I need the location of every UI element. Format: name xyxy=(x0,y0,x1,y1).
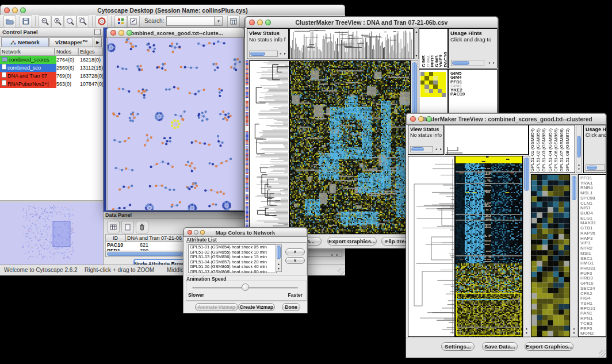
resize-grip[interactable] xyxy=(599,350,606,357)
row-dendrogram[interactable] xyxy=(408,156,455,337)
gene-label[interactable]: MAK31 xyxy=(580,221,606,226)
close-icon[interactable] xyxy=(4,7,10,13)
gene-label[interactable]: PUF3 xyxy=(580,271,606,277)
network-list-item[interactable]: RNAPuberNov2+| 563(0) 107847(0) xyxy=(0,80,103,88)
tab-overflow-arrow[interactable]: ▶ xyxy=(94,37,102,47)
network1-canvas[interactable] xyxy=(107,37,244,210)
column-label[interactable]: PFD1 xyxy=(429,55,434,67)
column-dendrogram-scroll[interactable]: ▴ ▾ xyxy=(414,28,419,59)
export-graphics-button[interactable]: Export Graphics... xyxy=(525,342,573,351)
done-button[interactable]: Done xyxy=(282,303,300,311)
attribute-list[interactable]: GPL51-01 (GSM854) heat shock 05 minGPL51… xyxy=(188,244,277,273)
gene-label[interactable]: KAP95 xyxy=(580,231,606,236)
close-icon[interactable] xyxy=(410,116,416,122)
gene-label[interactable]: CLN1 xyxy=(580,201,606,206)
column-label[interactable]: GPL51-02 (GSM855) xyxy=(536,128,541,172)
search-input[interactable] xyxy=(166,16,215,26)
network-overview-panel[interactable] xyxy=(0,202,103,265)
close-icon[interactable] xyxy=(249,20,255,25)
delete-attribute-icon[interactable] xyxy=(136,221,148,233)
import-table-icon[interactable] xyxy=(227,15,240,28)
usage-hints-hscrollbar[interactable] xyxy=(451,60,484,66)
minimize-icon[interactable] xyxy=(418,116,424,122)
attribute-list-vscrollbar[interactable]: ▴ ▾ xyxy=(276,244,282,272)
treeview2-titlebar[interactable]: ClusterMaker TreeView : combined_scores_… xyxy=(406,113,606,125)
column-labels-vscrollbar[interactable]: ▴ ▾ xyxy=(576,125,582,173)
settings-button[interactable]: Settings... xyxy=(441,342,475,351)
column-label[interactable]: GPL51-06 (GSM865) xyxy=(553,128,559,172)
attribute-item[interactable]: GPL51-02 (GSM855) heat shock 10 min xyxy=(189,250,276,255)
close-icon[interactable] xyxy=(188,230,192,235)
help-lifering-icon[interactable] xyxy=(95,15,108,28)
gene-label[interactable]: VIP1 xyxy=(580,241,606,246)
resize-grip[interactable] xyxy=(338,268,345,275)
gene-label[interactable]: MSI1 xyxy=(580,251,606,256)
column-label[interactable]: GPL51-01 (GSM854) xyxy=(530,128,536,172)
gene-label[interactable]: MSL1 xyxy=(580,191,606,196)
open-folder-icon[interactable] xyxy=(3,15,16,28)
attribute-item[interactable]: GPL51-07 (GSM868) heat shock 60 min xyxy=(189,270,276,273)
column-label[interactable]: GPL51-04 (GSM857) xyxy=(548,128,553,172)
gene-label[interactable]: HRD3 xyxy=(580,276,606,281)
treeview1-titlebar[interactable]: ClusterMaker TreeView : DNA and Tran 07-… xyxy=(245,17,498,28)
zoom-vscrollbar[interactable]: ▴ ▾ xyxy=(571,174,577,337)
zoom-in-icon[interactable] xyxy=(51,15,64,28)
gene-label[interactable]: GPI16 xyxy=(580,281,606,286)
gene-label[interactable]: PFD1 xyxy=(580,176,606,181)
minimize-icon[interactable] xyxy=(12,7,18,13)
gene-label[interactable]: CPA2 xyxy=(580,292,606,297)
zoom-selected-icon[interactable] xyxy=(76,15,89,28)
gene-label[interactable]: YRA1 xyxy=(580,181,606,186)
column-label[interactable]: PAC10 xyxy=(442,52,447,67)
column-label[interactable]: GPL51-08 (GSM872) xyxy=(565,128,571,172)
attribute-item[interactable]: GPL51-03 (GSM856) heat shock 15 min xyxy=(189,255,276,260)
zoom-icon[interactable] xyxy=(200,230,205,235)
dialog-titlebar[interactable]: Map Colors to Network xyxy=(183,228,307,237)
network-list-item[interactable]: combined_scores 2764(0) 16218(0) xyxy=(0,56,103,64)
new-attribute-icon[interactable] xyxy=(121,221,134,233)
export-graphics-button[interactable]: Export Graphics... xyxy=(327,237,377,246)
gene-label[interactable]: MON2 xyxy=(580,331,606,336)
animate-vizmap-button[interactable]: Animate Vizmap xyxy=(195,303,238,311)
zoom-fit-icon[interactable] xyxy=(64,15,76,28)
minimize-icon[interactable] xyxy=(257,20,263,25)
gene-label[interactable]: FIG4 xyxy=(580,296,606,301)
view-status-hscrollbar[interactable] xyxy=(410,146,433,152)
gene-label[interactable]: SPC98 xyxy=(580,196,606,201)
main-titlebar[interactable]: Cytoscape Desktop (Session Name: collins… xyxy=(0,5,345,16)
heatmap-zoom-view[interactable] xyxy=(531,174,570,337)
zoom-out-icon[interactable] xyxy=(39,15,51,28)
network-list-item[interactable]: combined_sco 2569(6) 13112(15) xyxy=(0,64,103,72)
attribute-item[interactable]: GPL51-04 (GSM857) heat shock 20 min xyxy=(189,260,276,265)
zoom-icon[interactable] xyxy=(426,116,432,122)
column-dendrogram[interactable] xyxy=(445,125,529,155)
close-icon[interactable] xyxy=(110,30,116,36)
gene-label[interactable]: ELG1 xyxy=(580,216,606,221)
move-up-button[interactable]: ∧ xyxy=(285,248,305,255)
zoom-icon[interactable] xyxy=(265,20,271,25)
attribute-table-icon[interactable] xyxy=(107,221,120,233)
network1-titlebar[interactable]: combined_scores_good.txt--cluste... xyxy=(106,28,244,38)
column-label[interactable]: GPL51-07 (GSM868) xyxy=(559,128,565,172)
tab-network[interactable]: Network xyxy=(1,37,49,47)
annotation-icon[interactable] xyxy=(127,15,140,28)
gene-label[interactable]: PEP5 xyxy=(580,327,606,332)
heatmap-global-view[interactable] xyxy=(455,156,523,337)
save-icon[interactable] xyxy=(20,15,32,28)
gene-label[interactable]: SEC1 xyxy=(580,256,606,262)
heatmap-vscrollbar[interactable]: ▴ ▾ xyxy=(523,156,530,337)
attribute-item[interactable]: GPL51-01 (GSM854) heat shock 05 min xyxy=(189,245,276,250)
network-list-item[interactable]: DNA and Tran 07 769(0) 183728(0) xyxy=(0,72,103,80)
column-dendrogram[interactable] xyxy=(289,28,414,59)
minimize-icon[interactable] xyxy=(194,230,198,235)
gene-label[interactable]: PAC10 xyxy=(450,92,497,96)
move-down-button[interactable]: ∨ xyxy=(285,257,305,264)
tab-vizmapper[interactable]: VizMapper™ xyxy=(49,37,93,47)
save-data-button[interactable]: Save Data... xyxy=(482,342,518,351)
zoom-icon[interactable] xyxy=(127,30,132,36)
gene-label[interactable]: RPN1 xyxy=(580,316,606,321)
gene-label[interactable]: RNR4 xyxy=(580,186,606,191)
usage-hints-hscrollbar[interactable] xyxy=(586,164,605,171)
gene-label[interactable]: SEC24 xyxy=(580,286,606,292)
column-label[interactable]: GIM4 xyxy=(425,55,430,67)
